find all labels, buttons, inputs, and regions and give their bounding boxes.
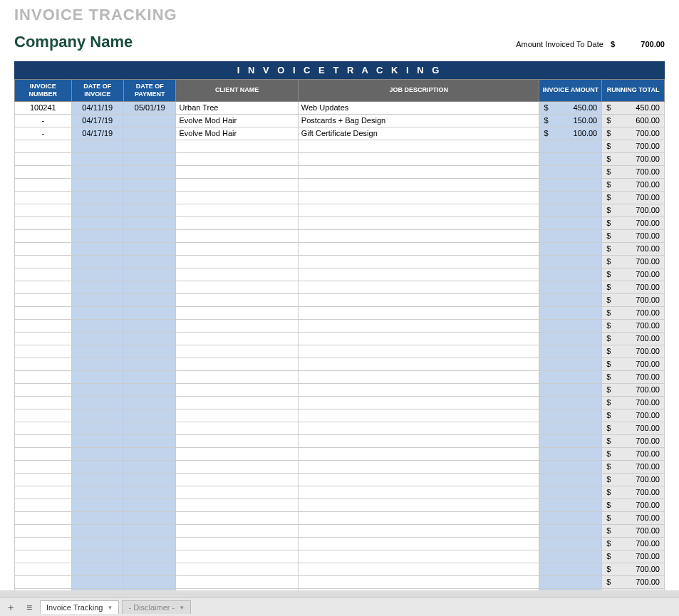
cell-invoice-amount[interactable]: $100.00 bbox=[539, 127, 602, 140]
cell-client-name[interactable] bbox=[176, 242, 298, 255]
cell-job-description[interactable] bbox=[298, 409, 539, 422]
header-invoice-number[interactable]: INVOICE NUMBER bbox=[15, 80, 72, 102]
cell-job-description[interactable] bbox=[298, 293, 539, 306]
cell-client-name[interactable] bbox=[176, 152, 298, 165]
cell-date-of-invoice[interactable]: 04/11/19 bbox=[71, 101, 123, 114]
cell-invoice-amount[interactable] bbox=[539, 204, 602, 216]
cell-client-name[interactable] bbox=[176, 204, 298, 216]
cell-invoice-amount[interactable] bbox=[539, 319, 602, 332]
cell-date-of-payment[interactable] bbox=[124, 498, 176, 511]
cell-date-of-payment[interactable] bbox=[124, 114, 176, 127]
cell-invoice-amount[interactable] bbox=[539, 563, 602, 575]
cell-running-total[interactable]: $700.00 bbox=[602, 563, 665, 575]
cell-job-description[interactable] bbox=[298, 229, 539, 242]
cell-date-of-payment[interactable] bbox=[124, 383, 176, 396]
cell-invoice-amount[interactable] bbox=[539, 306, 602, 319]
cell-date-of-payment[interactable] bbox=[124, 345, 176, 357]
cell-date-of-payment[interactable] bbox=[124, 575, 176, 588]
cell-date-of-invoice[interactable] bbox=[71, 357, 123, 370]
cell-invoice-number[interactable] bbox=[15, 152, 72, 165]
cell-running-total[interactable]: $700.00 bbox=[602, 473, 665, 486]
cell-date-of-invoice[interactable] bbox=[71, 293, 123, 306]
cell-invoice-number[interactable] bbox=[15, 422, 72, 434]
cell-running-total[interactable]: $700.00 bbox=[602, 293, 665, 306]
cell-running-total[interactable]: $700.00 bbox=[602, 242, 665, 255]
cell-date-of-payment[interactable] bbox=[124, 332, 176, 345]
cell-job-description[interactable] bbox=[298, 332, 539, 345]
cell-invoice-amount[interactable] bbox=[539, 486, 602, 498]
cell-date-of-invoice[interactable] bbox=[71, 140, 123, 152]
cell-client-name[interactable] bbox=[176, 498, 298, 511]
horizontal-scrollbar[interactable] bbox=[0, 590, 679, 597]
cell-job-description[interactable] bbox=[298, 319, 539, 332]
cell-job-description[interactable] bbox=[298, 498, 539, 511]
cell-client-name[interactable] bbox=[176, 229, 298, 242]
cell-invoice-amount[interactable] bbox=[539, 460, 602, 473]
cell-client-name[interactable]: Urban Tree bbox=[176, 101, 298, 114]
cell-invoice-number[interactable] bbox=[15, 434, 72, 447]
cell-invoice-amount[interactable] bbox=[539, 242, 602, 255]
cell-date-of-payment[interactable] bbox=[124, 357, 176, 370]
cell-invoice-number[interactable] bbox=[15, 563, 72, 575]
cell-invoice-number[interactable] bbox=[15, 293, 72, 306]
cell-job-description[interactable] bbox=[298, 537, 539, 550]
cell-running-total[interactable]: $700.00 bbox=[602, 306, 665, 319]
cell-date-of-invoice[interactable] bbox=[71, 165, 123, 178]
cell-running-total[interactable]: $700.00 bbox=[602, 345, 665, 357]
cell-running-total[interactable]: $700.00 bbox=[602, 537, 665, 550]
cell-job-description[interactable] bbox=[298, 511, 539, 524]
cell-date-of-payment[interactable] bbox=[124, 460, 176, 473]
cell-date-of-invoice[interactable] bbox=[71, 486, 123, 498]
cell-invoice-amount[interactable] bbox=[539, 255, 602, 268]
cell-invoice-number[interactable]: - bbox=[15, 127, 72, 140]
cell-date-of-invoice[interactable] bbox=[71, 422, 123, 434]
cell-client-name[interactable] bbox=[176, 409, 298, 422]
cell-date-of-invoice[interactable] bbox=[71, 191, 123, 204]
cell-running-total[interactable]: $700.00 bbox=[602, 319, 665, 332]
cell-invoice-number[interactable] bbox=[15, 524, 72, 537]
cell-date-of-invoice[interactable] bbox=[71, 511, 123, 524]
cell-job-description[interactable] bbox=[298, 345, 539, 357]
cell-invoice-number[interactable] bbox=[15, 460, 72, 473]
cell-date-of-payment[interactable] bbox=[124, 165, 176, 178]
cell-client-name[interactable] bbox=[176, 537, 298, 550]
cell-client-name[interactable] bbox=[176, 319, 298, 332]
cell-client-name[interactable] bbox=[176, 563, 298, 575]
cell-running-total[interactable]: $700.00 bbox=[602, 511, 665, 524]
chevron-down-icon[interactable]: ▼ bbox=[107, 605, 113, 611]
cell-job-description[interactable] bbox=[298, 434, 539, 447]
cell-date-of-invoice[interactable] bbox=[71, 524, 123, 537]
cell-date-of-invoice[interactable] bbox=[71, 460, 123, 473]
cell-date-of-invoice[interactable] bbox=[71, 345, 123, 357]
cell-running-total[interactable]: $700.00 bbox=[602, 575, 665, 588]
cell-invoice-number[interactable] bbox=[15, 550, 72, 563]
cell-job-description[interactable] bbox=[298, 216, 539, 229]
cell-client-name[interactable]: Evolve Mod Hair bbox=[176, 127, 298, 140]
cell-date-of-payment[interactable] bbox=[124, 434, 176, 447]
cell-job-description[interactable]: Postcards + Bag Design bbox=[298, 114, 539, 127]
cell-date-of-invoice[interactable] bbox=[71, 434, 123, 447]
cell-date-of-payment[interactable] bbox=[124, 511, 176, 524]
cell-invoice-amount[interactable] bbox=[539, 268, 602, 281]
cell-date-of-payment[interactable] bbox=[124, 127, 176, 140]
cell-date-of-invoice[interactable] bbox=[71, 204, 123, 216]
cell-job-description[interactable] bbox=[298, 152, 539, 165]
cell-date-of-invoice[interactable] bbox=[71, 473, 123, 486]
cell-invoice-amount[interactable] bbox=[539, 575, 602, 588]
header-running-total[interactable]: RUNNING TOTAL bbox=[602, 80, 665, 102]
cell-invoice-number[interactable] bbox=[15, 575, 72, 588]
cell-invoice-number[interactable] bbox=[15, 268, 72, 281]
cell-date-of-payment[interactable] bbox=[124, 229, 176, 242]
cell-job-description[interactable] bbox=[298, 473, 539, 486]
cell-job-description[interactable] bbox=[298, 178, 539, 191]
cell-running-total[interactable]: $700.00 bbox=[602, 383, 665, 396]
cell-running-total[interactable]: $700.00 bbox=[602, 447, 665, 460]
cell-invoice-amount[interactable] bbox=[539, 422, 602, 434]
cell-client-name[interactable] bbox=[176, 486, 298, 498]
cell-running-total[interactable]: $700.00 bbox=[602, 460, 665, 473]
cell-invoice-amount[interactable] bbox=[539, 293, 602, 306]
cell-job-description[interactable] bbox=[298, 422, 539, 434]
cell-invoice-number[interactable] bbox=[15, 357, 72, 370]
cell-invoice-number[interactable] bbox=[15, 165, 72, 178]
cell-invoice-number[interactable]: - bbox=[15, 114, 72, 127]
